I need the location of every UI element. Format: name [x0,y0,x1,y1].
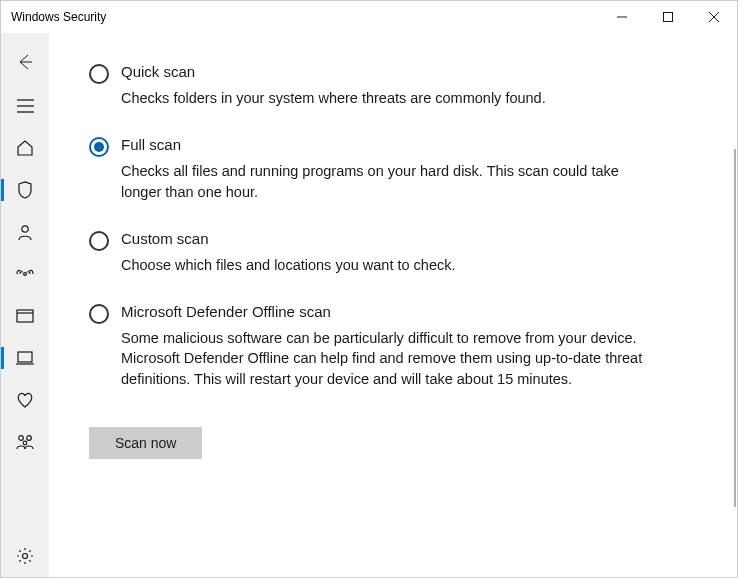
radio-offline-scan[interactable] [89,304,109,324]
quick-scan-title: Quick scan [121,63,546,80]
full-scan-title: Full scan [121,136,651,153]
radio-custom-scan[interactable] [89,231,109,251]
minimize-button[interactable] [599,1,645,33]
scrollbar[interactable] [734,149,736,507]
maximize-button[interactable] [645,1,691,33]
svg-point-15 [27,436,32,441]
hamburger-menu-icon[interactable] [1,85,49,127]
scan-option-quick[interactable]: Quick scan Checks folders in your system… [89,63,677,108]
svg-point-9 [24,273,27,276]
device-performance-health-icon[interactable] [1,379,49,421]
custom-scan-title: Custom scan [121,230,456,247]
home-icon[interactable] [1,127,49,169]
settings-icon[interactable] [1,535,49,577]
sidebar [1,33,49,577]
titlebar: Windows Security [1,1,737,33]
virus-threat-protection-icon[interactable] [1,169,49,211]
scan-option-offline[interactable]: Microsoft Defender Offline scan Some mal… [89,303,677,389]
scan-option-full[interactable]: Full scan Checks all files and running p… [89,136,677,202]
window-title: Windows Security [11,10,106,24]
device-security-icon[interactable] [1,337,49,379]
window-controls [599,1,737,33]
svg-rect-1 [664,13,673,22]
svg-point-17 [23,554,28,559]
svg-rect-10 [17,310,33,322]
full-scan-description: Checks all files and running programs on… [121,161,651,202]
firewall-network-icon[interactable] [1,253,49,295]
offline-scan-title: Microsoft Defender Offline scan [121,303,651,320]
offline-scan-description: Some malicious software can be particula… [121,328,651,389]
custom-scan-description: Choose which files and locations you wan… [121,255,456,275]
radio-quick-scan[interactable] [89,64,109,84]
close-button[interactable] [691,1,737,33]
app-browser-control-icon[interactable] [1,295,49,337]
quick-scan-description: Checks folders in your system where thre… [121,88,546,108]
svg-rect-12 [18,352,32,362]
scan-now-button[interactable]: Scan now [89,427,202,459]
scan-option-custom[interactable]: Custom scan Choose which files and locat… [89,230,677,275]
content-area: Quick scan Checks folders in your system… [49,33,737,577]
svg-point-8 [22,226,28,232]
radio-full-scan[interactable] [89,137,109,157]
account-protection-icon[interactable] [1,211,49,253]
svg-point-14 [19,436,24,441]
svg-point-16 [23,441,27,445]
family-options-icon[interactable] [1,421,49,463]
back-button[interactable] [1,39,49,85]
